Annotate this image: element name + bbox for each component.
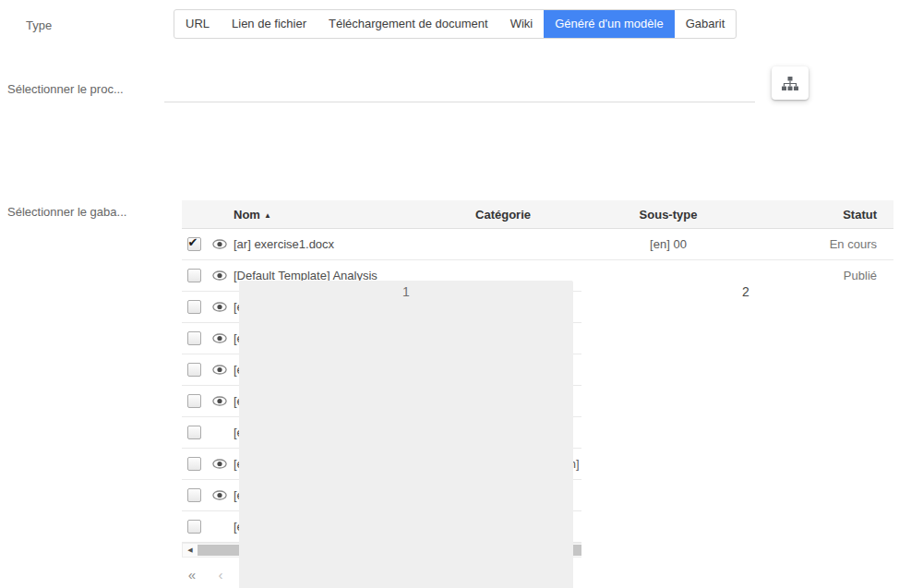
eye-icon[interactable] <box>212 396 227 406</box>
row-select-cell <box>182 363 206 377</box>
template-picker-form: Type URLLien de fichierTéléchargement de… <box>0 0 923 588</box>
col-header-statut[interactable]: Statut <box>782 208 893 222</box>
row-checkbox[interactable] <box>187 300 201 314</box>
row-status: En cours <box>782 237 893 251</box>
row-preview-cell <box>206 396 234 406</box>
type-tab-group: URLLien de fichierTéléchargement de docu… <box>174 9 737 39</box>
row-select-cell <box>182 237 206 251</box>
tab-gabarit[interactable]: Gabarit <box>675 10 737 38</box>
row-checkbox[interactable] <box>187 363 201 377</box>
row-preview-cell <box>206 333 234 343</box>
type-field-label: Type <box>26 18 52 32</box>
eye-icon[interactable] <box>212 239 227 249</box>
row-subtype: [en] 00 <box>555 237 782 251</box>
pagination-next-button[interactable]: › <box>918 565 923 585</box>
row-preview-cell <box>206 302 234 312</box>
row-preview-cell <box>206 522 234 532</box>
eye-icon[interactable] <box>212 459 227 469</box>
col-header-categorie[interactable]: Catégorie <box>451 208 555 222</box>
row-checkbox[interactable] <box>187 394 201 408</box>
eye-icon[interactable] <box>212 302 227 312</box>
pagination-page-1[interactable]: 1 <box>239 281 573 588</box>
pagination-prev-button[interactable]: ‹ <box>210 565 231 585</box>
eye-icon[interactable] <box>212 490 227 500</box>
row-select-cell <box>182 300 206 314</box>
template-field-label: Sélectionner le gaba... <box>7 205 126 219</box>
row-select-cell <box>182 331 206 345</box>
row-checkbox[interactable] <box>187 457 201 471</box>
row-preview-cell <box>206 459 234 469</box>
tab-url[interactable]: URL <box>174 10 221 38</box>
tab-wiki[interactable]: Wiki <box>499 10 545 38</box>
row-select-cell <box>182 269 206 282</box>
row-preview-cell <box>206 490 234 500</box>
row-select-cell <box>182 426 206 439</box>
row-select-cell <box>182 394 206 408</box>
pagination: « ‹ 1 2 › <box>182 563 923 587</box>
eye-icon[interactable] <box>212 365 227 375</box>
tab-g-n-r-d-un-mod-le[interactable]: Généré d'un modèle <box>544 10 674 38</box>
pagination-first-button[interactable]: « <box>182 565 202 585</box>
row-preview-cell <box>206 270 234 281</box>
row-checkbox[interactable] <box>187 269 201 282</box>
col-header-nom-label: Nom <box>234 208 260 222</box>
eye-icon[interactable] <box>212 270 227 281</box>
pagination-page-2[interactable]: 2 <box>581 282 910 588</box>
row-preview-cell <box>206 427 234 438</box>
row-checkbox[interactable] <box>187 237 201 251</box>
tab-lien-de-fichier[interactable]: Lien de fichier <box>221 10 318 38</box>
process-select-input[interactable] <box>164 76 759 103</box>
eye-icon[interactable] <box>212 333 227 343</box>
row-select-cell <box>182 520 206 534</box>
col-header-sous-type[interactable]: Sous-type <box>555 208 782 222</box>
table-header-row: Nom▲ Catégorie Sous-type Statut <box>182 200 893 229</box>
table-row[interactable]: [ar] exercise1.docx [en] 00 En cours <box>182 229 893 260</box>
row-select-cell <box>182 488 206 502</box>
process-tree-button[interactable] <box>772 66 809 100</box>
process-select-field[interactable] <box>164 76 755 102</box>
sort-asc-icon: ▲ <box>264 211 271 220</box>
col-header-nom[interactable]: Nom▲ <box>234 208 451 222</box>
row-checkbox[interactable] <box>187 426 201 439</box>
row-preview-cell <box>206 365 234 375</box>
row-select-cell <box>182 457 206 471</box>
row-checkbox[interactable] <box>187 488 201 502</box>
row-checkbox[interactable] <box>187 331 201 345</box>
tab-t-l-chargement-de-document[interactable]: Téléchargement de document <box>318 10 499 38</box>
row-name: [ar] exercise1.docx <box>234 237 451 251</box>
row-preview-cell <box>206 239 234 249</box>
row-checkbox[interactable] <box>187 520 201 534</box>
scroll-left-arrow-icon[interactable]: ◀ <box>183 544 198 557</box>
sitemap-icon <box>782 77 798 90</box>
process-field-label: Sélectionner le proc... <box>7 82 124 96</box>
